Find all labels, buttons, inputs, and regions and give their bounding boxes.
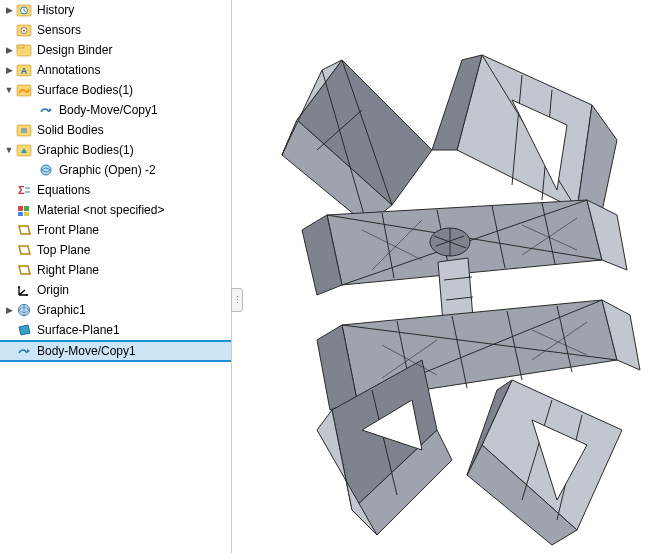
equations-icon: Σ	[16, 182, 32, 198]
body-move-icon	[16, 343, 32, 359]
solid-folder-icon	[16, 122, 32, 138]
material-icon	[16, 202, 32, 218]
tree-item-label: Graphic1	[35, 303, 86, 317]
app-root: HistorySensorsDesign BinderAAnnotationsS…	[0, 0, 647, 553]
tree-item-graphic1[interactable]: Graphic1	[0, 300, 231, 320]
expand-arrow[interactable]	[2, 85, 16, 95]
svg-rect-18	[18, 206, 23, 211]
tree-item-label: History	[35, 3, 74, 17]
expand-arrow[interactable]	[2, 5, 16, 15]
tree-item-bodymove1[interactable]: Body-Move/Copy1	[0, 100, 231, 120]
folder-icon	[16, 42, 32, 58]
tree-item-label: Right Plane	[35, 263, 99, 277]
folder-icon	[16, 42, 32, 58]
annotations-icon: A	[16, 62, 32, 78]
plane-icon	[16, 262, 32, 278]
tree-item-rightplane[interactable]: Right Plane	[0, 260, 231, 280]
tree-item-surfacebodies[interactable]: Surface Bodies(1)	[0, 80, 231, 100]
model-viewport[interactable]: .e{stroke:#2b2b2b;stroke-width:1;stroke-…	[232, 0, 647, 553]
svg-rect-21	[24, 212, 29, 216]
tree-item-label: Body-Move/Copy1	[57, 103, 158, 117]
feature-tree-panel: HistorySensorsDesign BinderAAnnotationsS…	[0, 0, 232, 553]
tree-item-equations[interactable]: ΣEquations	[0, 180, 231, 200]
body-move-icon	[38, 102, 54, 118]
tree-item-label: Sensors	[35, 23, 81, 37]
expand-arrow[interactable]	[2, 45, 16, 55]
model-canvas: .e{stroke:#2b2b2b;stroke-width:1;stroke-…	[232, 0, 647, 553]
sensors-icon	[16, 22, 32, 38]
tree-item-label: Graphic (Open) -2	[57, 163, 156, 177]
tree-item-label: Front Plane	[35, 223, 99, 237]
svg-text:Σ: Σ	[18, 184, 25, 196]
solid-folder-icon	[16, 122, 32, 138]
tree-item-label: Annotations	[35, 63, 100, 77]
graphic-folder-icon	[16, 142, 32, 158]
tree-item-material[interactable]: Material <not specified>	[0, 200, 231, 220]
body-move-icon	[38, 102, 54, 118]
tree-item-label: Top Plane	[35, 243, 90, 257]
svg-point-4	[23, 30, 25, 32]
tree-item-bodymove2[interactable]: Body-Move/Copy1	[0, 340, 231, 362]
tree-item-frontplane[interactable]: Front Plane	[0, 220, 231, 240]
tree-item-solidbodies[interactable]: Solid Bodies	[0, 120, 231, 140]
tree-item-label: Body-Move/Copy1	[35, 344, 136, 358]
graphic-folder-icon	[16, 142, 32, 158]
origin-icon	[16, 282, 32, 298]
graphic-body-icon	[38, 162, 54, 178]
expand-arrow[interactable]	[2, 145, 16, 155]
svg-rect-20	[18, 212, 23, 216]
tree-item-label: Design Binder	[35, 43, 112, 57]
tree-item-graphicbodies[interactable]: Graphic Bodies(1)	[0, 140, 231, 160]
sensors-icon	[16, 22, 32, 38]
plane-icon	[16, 262, 32, 278]
expand-arrow[interactable]	[2, 305, 16, 315]
surface-folder-icon	[16, 82, 32, 98]
tree-item-annotations[interactable]: AAnnotations	[0, 60, 231, 80]
tree-item-label: Material <not specified>	[35, 203, 164, 217]
history-icon	[16, 2, 32, 18]
tree-item-label: Surface-Plane1	[35, 323, 120, 337]
equations-icon: Σ	[16, 182, 32, 198]
tree-item-designbinder[interactable]: Design Binder	[0, 40, 231, 60]
tree-item-label: Graphic Bodies(1)	[35, 143, 134, 157]
tree-item-label: Equations	[35, 183, 90, 197]
tree-item-surfaceplane1[interactable]: Surface-Plane1	[0, 320, 231, 340]
plane-icon	[16, 242, 32, 258]
tree-item-topplane[interactable]: Top Plane	[0, 240, 231, 260]
material-icon	[16, 202, 32, 218]
plane-icon	[16, 222, 32, 238]
graphic-feature-icon	[16, 302, 32, 318]
history-icon	[16, 2, 32, 18]
svg-marker-29	[457, 55, 592, 210]
origin-icon	[16, 282, 32, 298]
surface-folder-icon	[16, 82, 32, 98]
expand-arrow[interactable]	[2, 65, 16, 75]
svg-rect-11	[21, 128, 27, 133]
graphic-feature-icon	[16, 302, 32, 318]
annotations-icon: A	[16, 62, 32, 78]
tree-item-history[interactable]: History	[0, 0, 231, 20]
surface-plane-icon	[16, 322, 32, 338]
plane-icon	[16, 242, 32, 258]
splitter-handle[interactable]: ⋮	[231, 288, 243, 312]
svg-rect-6	[17, 45, 24, 48]
tree-item-sensors[interactable]: Sensors	[0, 20, 231, 40]
tree-item-graphicopen[interactable]: Graphic (Open) -2	[0, 160, 231, 180]
graphic-body-icon	[38, 162, 54, 178]
body-move-icon	[16, 343, 32, 359]
tree-item-origin[interactable]: Origin	[0, 280, 231, 300]
feature-tree[interactable]: HistorySensorsDesign BinderAAnnotationsS…	[0, 0, 231, 362]
tree-item-label: Origin	[35, 283, 69, 297]
surface-plane-icon	[16, 322, 32, 338]
svg-rect-19	[24, 206, 29, 211]
svg-text:A: A	[21, 66, 28, 76]
plane-icon	[16, 222, 32, 238]
tree-item-label: Solid Bodies	[35, 123, 104, 137]
tree-item-label: Surface Bodies(1)	[35, 83, 133, 97]
